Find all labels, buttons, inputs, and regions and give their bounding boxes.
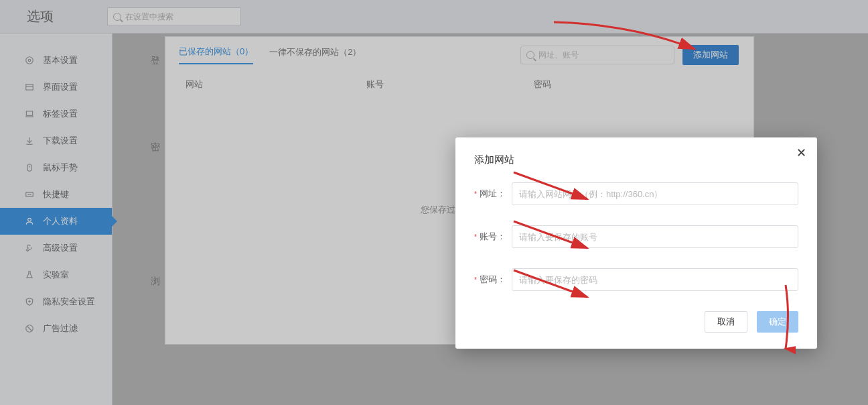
sidebar-item-label: 广告过滤 xyxy=(43,323,78,335)
keyboard-icon xyxy=(24,189,35,200)
sidebar-item-label: 界面设置 xyxy=(43,81,78,93)
svg-rect-4 xyxy=(26,111,32,115)
sidebar-item-lab[interactable]: 实验室 xyxy=(0,262,112,288)
user-icon xyxy=(24,216,35,227)
download-icon xyxy=(24,135,35,146)
sidebar-item-label: 下载设置 xyxy=(43,135,78,147)
sidebar-item-privacy[interactable]: 隐私安全设置 xyxy=(0,288,112,315)
required-star-icon: * xyxy=(474,276,477,284)
form-row-password: * 密码： xyxy=(474,268,798,291)
required-star-icon: * xyxy=(474,233,477,241)
svg-rect-2 xyxy=(26,84,33,90)
search-icon xyxy=(526,51,534,59)
sidebar-item-adblock[interactable]: 广告过滤 xyxy=(0,315,112,342)
sidebar-item-label: 快捷键 xyxy=(43,188,69,200)
laptop-icon xyxy=(24,109,35,119)
svg-point-0 xyxy=(28,59,31,62)
tabs: 已保存的网站（0） 一律不保存的网站（2） 添加网站 xyxy=(165,37,753,73)
tab-saved[interactable]: 已保存的网站（0） xyxy=(179,46,253,64)
account-input[interactable] xyxy=(512,225,798,248)
add-site-button[interactable]: 添加网站 xyxy=(682,45,739,65)
modal-footer: 取消 确定 xyxy=(474,311,798,333)
search-icon xyxy=(113,13,121,21)
password-input[interactable] xyxy=(512,268,798,291)
sidebar: 基本设置 界面设置 标签设置 下载设置 鼠标手势 快捷键 个人资料 高级设置 实… xyxy=(0,34,113,405)
sidebar-item-basic[interactable]: 基本设置 xyxy=(0,47,112,74)
header: 选项 xyxy=(0,0,868,34)
modal-title: 添加网站 xyxy=(474,154,798,166)
gear-icon xyxy=(24,55,35,66)
sidebar-item-label: 隐私安全设置 xyxy=(43,296,95,308)
block-icon xyxy=(24,323,35,334)
url-label: 网址： xyxy=(480,188,512,200)
close-button[interactable]: ✕ xyxy=(796,146,806,160)
sidebar-item-label: 高级设置 xyxy=(43,242,78,254)
svg-point-1 xyxy=(26,57,33,64)
shield-icon xyxy=(24,296,35,307)
sidebar-item-advanced[interactable]: 高级设置 xyxy=(0,235,112,262)
sidebar-item-label: 基本设置 xyxy=(43,54,78,66)
password-label: 密码： xyxy=(480,274,512,286)
required-star-icon: * xyxy=(474,190,477,198)
sidebar-item-mouse[interactable]: 鼠标手势 xyxy=(0,154,112,181)
sidebar-item-tabs[interactable]: 标签设置 xyxy=(0,101,112,127)
mouse-icon xyxy=(24,162,35,173)
form-row-account: * 账号： xyxy=(474,225,798,248)
sidebar-item-label: 标签设置 xyxy=(43,108,78,120)
wrench-icon xyxy=(24,243,35,253)
sidebar-item-shortcuts[interactable]: 快捷键 xyxy=(0,181,112,208)
account-label: 账号： xyxy=(480,231,512,243)
col-header-password: 密码 xyxy=(534,78,668,91)
section-label-login: 登 xyxy=(151,55,160,67)
sidebar-item-profile[interactable]: 个人资料 xyxy=(0,208,112,235)
sidebar-item-download[interactable]: 下载设置 xyxy=(0,127,112,154)
form-row-url: * 网址： xyxy=(474,182,798,205)
col-header-account: 账号 xyxy=(366,78,534,91)
sidebar-item-label: 个人资料 xyxy=(43,215,78,227)
svg-line-16 xyxy=(27,327,32,331)
site-search-box[interactable] xyxy=(520,46,674,64)
section-label-browse: 浏 xyxy=(151,276,160,288)
site-search-input[interactable] xyxy=(538,50,668,60)
sidebar-item-label: 鼠标手势 xyxy=(43,162,78,174)
sidebar-item-interface[interactable]: 界面设置 xyxy=(0,74,112,101)
flask-icon xyxy=(24,270,35,280)
svg-rect-8 xyxy=(27,164,31,172)
tab-never-save[interactable]: 一律不保存的网站（2） xyxy=(269,46,361,64)
add-site-modal: ✕ 添加网站 * 网址： * 账号： * 密码： 取消 确定 xyxy=(455,137,817,349)
settings-search-input[interactable] xyxy=(125,12,235,21)
svg-point-12 xyxy=(28,218,31,221)
sidebar-item-label: 实验室 xyxy=(43,269,69,281)
window-icon xyxy=(24,82,35,93)
url-input[interactable] xyxy=(512,182,798,205)
page-title: 选项 xyxy=(27,7,107,25)
confirm-button[interactable]: 确定 xyxy=(757,311,798,333)
section-label-password: 密 xyxy=(151,141,160,154)
cancel-button[interactable]: 取消 xyxy=(705,311,747,333)
settings-search-box[interactable] xyxy=(107,7,241,26)
col-header-site: 网站 xyxy=(186,78,366,91)
table-header-row: 网站 账号 密码 xyxy=(165,73,753,97)
